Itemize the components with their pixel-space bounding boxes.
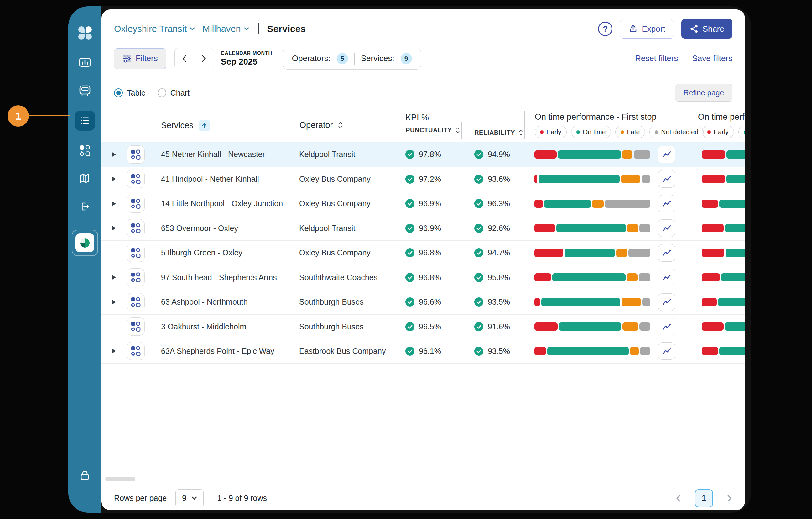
sort-toggle-icon <box>456 127 460 133</box>
lock-icon[interactable] <box>75 468 95 484</box>
expand-caret-icon[interactable] <box>112 349 116 354</box>
next-month-button[interactable] <box>194 48 214 69</box>
table-row[interactable]: 3 Oakhurst - Middleholm Southburgh Buses… <box>102 315 745 339</box>
table-row[interactable]: 63 Ashpool - Northmouth Southburgh Buses… <box>102 290 745 315</box>
service-shapes-button[interactable] <box>126 318 145 336</box>
share-button[interactable]: Share <box>682 19 732 38</box>
trend-chart-button[interactable] <box>658 342 675 360</box>
trend-chart-button[interactable] <box>658 293 675 311</box>
shapes-icon[interactable] <box>75 143 95 159</box>
service-shapes-button[interactable] <box>126 342 145 360</box>
service-shapes-button[interactable] <box>126 219 145 237</box>
trend-chart-button[interactable] <box>658 170 675 188</box>
operator-name: Souththwaite Coaches <box>292 273 392 282</box>
next-page-button[interactable] <box>727 494 732 502</box>
service-shapes-button[interactable] <box>126 195 145 213</box>
punctuality-cell: 96.5% <box>392 322 462 331</box>
sort-ascending-button[interactable] <box>199 120 210 131</box>
table-row[interactable]: 45 Nether Kinhall - Newcaster Keldpool T… <box>102 142 745 167</box>
reset-filters-link[interactable]: Reset filters <box>635 54 678 63</box>
row-range-label: 1 - 9 of 9 rows <box>218 494 267 503</box>
selection-summary[interactable]: Operators: 5 Services: 9 <box>283 48 421 70</box>
trend-chart-button[interactable] <box>658 219 675 237</box>
services-list-icon[interactable] <box>75 111 95 131</box>
view-toggle-bar: Table Chart Refine page <box>102 77 745 109</box>
rows-per-page-select[interactable]: 9 <box>175 489 203 508</box>
trend-chart-button[interactable] <box>658 244 675 262</box>
operator-name: Eastbrook Bus Company <box>292 347 392 356</box>
punctuality-cell: 96.9% <box>392 224 462 233</box>
punctuality-cell: 96.1% <box>392 347 462 356</box>
reliability-cell: 92.6% <box>462 224 524 233</box>
chevron-left-icon <box>182 55 187 62</box>
map-icon[interactable] <box>75 171 95 187</box>
horizontal-scrollbar[interactable] <box>105 477 135 482</box>
help-button[interactable]: ? <box>598 22 612 36</box>
reliability-column-header: RELIABILITY <box>462 109 524 142</box>
top-actions: ? Export Share <box>598 19 732 38</box>
otp-second-cell <box>686 298 744 306</box>
sort-toggle-icon[interactable] <box>338 122 343 129</box>
expand-caret-icon[interactable] <box>112 226 116 231</box>
breadcrumb-org[interactable]: Oxleyshire Transit <box>114 24 195 34</box>
breadcrumb-area[interactable]: Millhaven <box>202 24 249 34</box>
prev-page-button[interactable] <box>675 494 681 502</box>
service-shapes-button[interactable] <box>126 244 145 262</box>
filters-label: Filters <box>136 54 158 63</box>
trend-chart-button[interactable] <box>658 318 675 335</box>
otp-stacked-bar <box>702 323 745 331</box>
operator-name: Oxley Bus Company <box>292 174 392 184</box>
reliability-value: 94.7% <box>488 248 510 257</box>
trend-chart-button[interactable] <box>658 269 675 286</box>
table-row[interactable]: 5 Ilburgh Green - Oxley Oxley Bus Compan… <box>102 240 745 265</box>
expand-caret-icon[interactable] <box>112 152 116 157</box>
chart-view-label: Chart <box>170 88 190 98</box>
table-row[interactable]: 653 Overmoor - Oxley Keldpool Transit 96… <box>102 216 745 241</box>
punctuality-value: 96.1% <box>419 347 441 356</box>
app-tile-icon[interactable] <box>72 230 98 256</box>
table-row[interactable]: 97 South head - Shepherds Arms Souththwa… <box>102 265 745 290</box>
chevron-down-icon <box>192 496 197 500</box>
table-row[interactable]: 63A Shepherds Point - Epic Way Eastbrook… <box>102 339 745 363</box>
otp-second-cell <box>686 200 744 208</box>
operator-name: Southburgh Buses <box>292 322 392 331</box>
prev-month-button[interactable] <box>175 48 194 69</box>
service-shapes-button[interactable] <box>126 268 145 286</box>
service-shapes-button[interactable] <box>126 293 145 311</box>
otp-stacked-bar <box>702 200 745 208</box>
export-button[interactable]: Export <box>620 19 673 38</box>
table-view-radio[interactable]: Table <box>114 88 146 98</box>
icon-column-header <box>120 109 152 142</box>
filter-bar: Filters CALENDAR MONTH Sep 2025 Operator… <box>102 44 745 77</box>
vehicle-icon[interactable] <box>75 82 95 99</box>
trend-chart-button[interactable] <box>658 146 675 163</box>
service-name: 14 Little Northpool - Oxley Junction <box>152 199 292 208</box>
page-number-button[interactable]: 1 <box>695 489 713 508</box>
filters-button[interactable]: Filters <box>114 48 166 69</box>
save-filters-link[interactable]: Save filters <box>692 54 732 63</box>
table-body: 45 Nether Kinhall - Newcaster Keldpool T… <box>102 142 745 363</box>
chart-view-radio[interactable]: Chart <box>157 88 190 98</box>
logout-icon[interactable] <box>75 199 95 215</box>
refine-page-button[interactable]: Refine page <box>675 84 732 102</box>
otp-stacked-bar <box>534 347 650 355</box>
expand-caret-icon[interactable] <box>112 300 116 305</box>
service-shapes-button[interactable] <box>126 170 145 188</box>
trend-chart-button[interactable] <box>658 195 675 213</box>
expand-caret-icon[interactable] <box>112 176 116 182</box>
table-row[interactable]: 14 Little Northpool - Oxley Junction Oxl… <box>102 191 745 216</box>
reliability-cell: 91.6% <box>462 322 524 331</box>
expand-caret-icon[interactable] <box>112 275 116 280</box>
operator-name: Keldpool Transit <box>292 150 392 159</box>
service-shapes-button[interactable] <box>126 145 145 164</box>
otp-stacked-bar <box>702 347 745 355</box>
caret-column-header <box>107 109 120 142</box>
trend-line-icon <box>662 150 672 159</box>
sort-toggle-icon <box>519 130 523 136</box>
reliability-cell: 94.7% <box>462 248 524 257</box>
dashboard-icon[interactable] <box>75 54 95 71</box>
table-row[interactable]: 41 Hindpool - Nether Kinhall Oxley Bus C… <box>102 167 745 191</box>
expand-caret-icon[interactable] <box>112 201 116 206</box>
sidebar <box>68 6 102 513</box>
punctuality-cell: 96.9% <box>392 199 462 208</box>
